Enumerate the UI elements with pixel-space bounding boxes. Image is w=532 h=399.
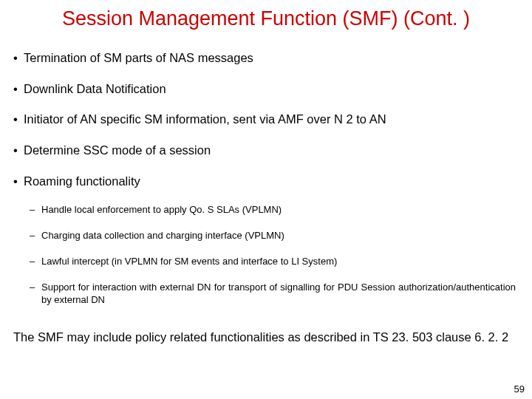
sub-bullet-item: Handle local enforcement to apply Qo. S …: [30, 204, 519, 216]
bullet-item: Roaming functionality: [13, 174, 519, 189]
sub-bullet-item: Lawful intercept (in VPLMN for SM events…: [30, 256, 519, 268]
footer-paragraph: The SMF may include policy related funct…: [13, 320, 519, 350]
page-number: 59: [514, 383, 525, 395]
bullet-item: Initiator of AN specific SM information,…: [13, 112, 519, 127]
slide: Session Management Function (SMF) (Cont.…: [0, 0, 532, 399]
bullet-item: Downlink Data Notification: [13, 81, 519, 97]
slide-title: Session Management Function (SMF) (Cont.…: [0, 7, 532, 30]
bullet-item: Termination of SM parts of NAS messages: [13, 50, 519, 66]
sub-bullet-item: Support for interaction with external DN…: [30, 282, 519, 307]
bullet-item: Determine SSC mode of a session: [13, 143, 519, 158]
content-area: Termination of SM parts of NAS messages …: [13, 50, 519, 349]
sub-bullet-item: Charging data collection and charging in…: [30, 230, 519, 242]
